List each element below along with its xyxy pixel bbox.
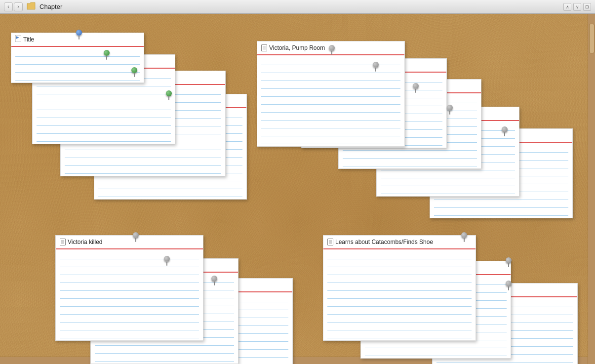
pin-body [133,232,139,238]
pin-needle [79,36,79,40]
pin-body [506,281,512,286]
card-lines-learns-catacombs [323,249,476,340]
pin-pin14 [505,257,513,267]
card-title-learns-catacombs: Learns about Catacombs/Finds Shoe [335,239,433,245]
doc-icon [261,44,267,51]
pin-body [166,90,172,96]
card-title-victoria-killed: Victoria killed [68,239,102,245]
pin-pin6 [372,62,380,72]
pin-needle [508,263,509,267]
vertical-scrollbar[interactable] [588,14,595,364]
pin-needle [166,262,167,266]
pin-pin1 [75,30,83,40]
pin-needle [331,51,332,55]
pin-body [447,105,453,111]
pin-pin4 [165,90,173,100]
chevron-down-btn[interactable]: ∨ [573,3,581,11]
flag-icon [15,35,21,44]
pin-pin11 [163,256,171,266]
forward-button[interactable]: › [14,2,23,11]
card-header-learns-catacombs: Learns about Catacombs/Finds Shoe [323,236,476,249]
pin-needle [415,89,416,93]
card-lines-title [11,47,144,82]
doc-icon [327,239,333,245]
pin-body [413,83,419,89]
card-header-victoria-killed: Victoria killed [56,236,203,249]
folder-icon [27,2,36,12]
doc-icon [60,239,66,245]
maximize-btn[interactable]: ⊡ [583,3,591,11]
corkboard: DenouementIn Catacombs with DominicLearn… [0,14,595,364]
pin-pin12 [210,276,218,285]
pin-pin7 [412,83,420,93]
pin-needle [134,73,135,77]
pin-needle [504,132,505,136]
card-victoria-killed[interactable]: Victoria killed [55,235,203,341]
titlebar: ‹ › Chapter ∧ ∨ ⊡ [0,0,595,14]
card-title-victoria-pump: Victoria, Pump Room [269,44,325,51]
pin-pin2 [103,50,111,60]
pin-needle [449,111,450,115]
pin-body [211,276,217,282]
pin-pin13 [460,232,468,242]
pin-pin3 [130,67,138,77]
titlebar-controls: ∧ ∨ ⊡ [563,3,591,11]
pin-body [164,256,170,262]
back-button[interactable]: ‹ [4,2,13,11]
pin-body [461,232,467,238]
card-lines-victoria-pump [257,55,404,146]
pin-pin8 [446,105,454,115]
nav-buttons: ‹ › [4,2,23,11]
pin-pin10 [132,232,140,242]
pin-needle [375,68,376,72]
pin-pin9 [501,126,509,136]
scrollbar-thumb-v[interactable] [589,24,595,53]
pin-needle [106,56,107,60]
pin-pin15 [505,281,513,290]
chevron-up-btn[interactable]: ∧ [563,3,571,11]
pin-needle [135,238,136,242]
pin-needle [464,238,465,242]
card-title[interactable]: Title [11,33,144,83]
pin-body [329,45,335,51]
pin-body [76,30,82,36]
pin-needle [214,282,215,285]
card-title-title: Title [23,36,34,43]
card-lines-victoria-killed [56,249,203,340]
pin-needle [508,286,509,290]
pin-body [502,126,508,132]
pin-body [131,67,137,73]
pin-pin5 [328,45,336,55]
card-victoria-pump[interactable]: Victoria, Pump Room [257,41,405,147]
pin-needle [168,96,169,100]
pin-body [373,62,379,68]
pin-body [506,257,512,263]
window-title: Chapter [40,3,62,10]
pin-body [104,50,110,56]
card-learns-catacombs[interactable]: Learns about Catacombs/Finds Shoe [323,235,476,341]
